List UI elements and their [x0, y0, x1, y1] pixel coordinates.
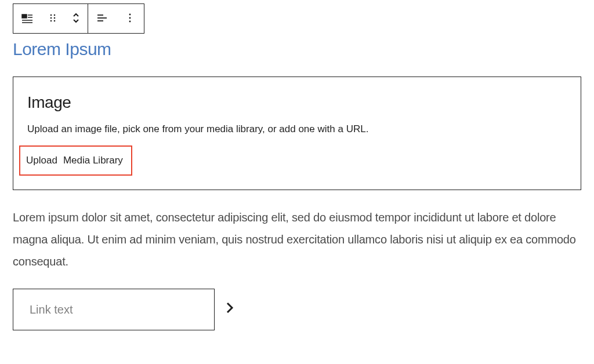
image-block-title: Image — [27, 93, 567, 112]
block-type-button[interactable] — [13, 4, 41, 33]
image-block-description: Upload an image file, pick one from your… — [27, 123, 567, 135]
upload-buttons-highlight: Upload Media Library — [19, 145, 132, 176]
align-button[interactable] — [88, 4, 116, 33]
image-block-placeholder: Image Upload an image file, pick one fro… — [13, 77, 581, 190]
media-library-button[interactable]: Media Library — [62, 155, 124, 166]
svg-point-14 — [129, 13, 131, 15]
drag-handle-icon — [46, 11, 60, 27]
more-vertical-icon — [123, 11, 137, 27]
svg-point-9 — [50, 20, 52, 21]
toolbar-group-left — [13, 4, 88, 33]
svg-point-7 — [50, 17, 52, 19]
more-options-button[interactable] — [116, 4, 144, 33]
link-row — [13, 289, 581, 330]
svg-point-10 — [54, 20, 56, 21]
upload-button[interactable]: Upload — [25, 155, 59, 166]
chevron-right-icon — [225, 300, 234, 319]
svg-rect-0 — [22, 14, 27, 18]
toolbar-group-right — [88, 4, 144, 33]
svg-point-16 — [129, 20, 131, 22]
block-toolbar — [13, 3, 144, 34]
drag-handle-button[interactable] — [41, 4, 64, 33]
link-text-input[interactable] — [13, 289, 215, 330]
page-heading: Lorem Ipsum — [13, 39, 581, 59]
block-type-icon — [20, 11, 34, 27]
body-paragraph: Lorem ipsum dolor sit amet, consectetur … — [13, 206, 581, 272]
svg-point-5 — [50, 14, 52, 16]
svg-point-8 — [54, 17, 56, 19]
svg-point-6 — [54, 14, 56, 16]
move-up-down-icon — [69, 11, 83, 27]
align-left-icon — [95, 11, 109, 27]
svg-point-15 — [129, 17, 131, 19]
move-up-down-button[interactable] — [64, 4, 88, 33]
